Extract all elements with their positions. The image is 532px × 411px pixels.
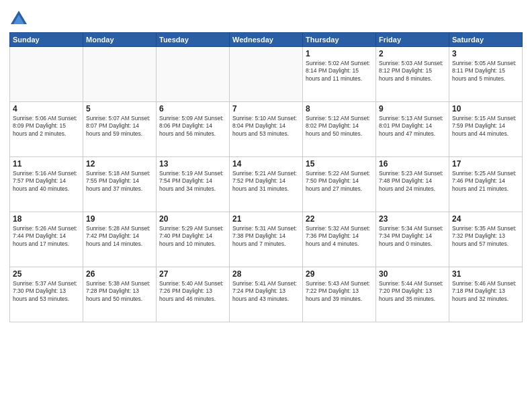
day-info: Sunrise: 5:41 AM Sunset: 7:24 PM Dayligh… (232, 280, 300, 303)
day-number: 23 (379, 214, 446, 224)
page: SundayMondayTuesdayWednesdayThursdayFrid… (0, 0, 532, 411)
day-number: 29 (306, 269, 373, 279)
day-number: 8 (306, 104, 373, 113)
day-number: 7 (232, 104, 300, 113)
weekday-header: Friday (376, 33, 449, 47)
day-number: 9 (379, 104, 446, 113)
calendar-cell (83, 47, 157, 102)
calendar-cell: 21Sunrise: 5:31 AM Sunset: 7:38 PM Dayli… (230, 212, 303, 267)
calendar-cell: 18Sunrise: 5:26 AM Sunset: 7:44 PM Dayli… (10, 212, 83, 267)
calendar-cell: 8Sunrise: 5:12 AM Sunset: 8:02 PM Daylig… (303, 102, 376, 157)
calendar-cell: 26Sunrise: 5:38 AM Sunset: 7:28 PM Dayli… (83, 267, 157, 322)
calendar-week-row: 18Sunrise: 5:26 AM Sunset: 7:44 PM Dayli… (10, 212, 523, 267)
weekday-header: Saturday (449, 33, 523, 47)
day-info: Sunrise: 5:23 AM Sunset: 7:48 PM Dayligh… (379, 170, 446, 193)
calendar-cell: 14Sunrise: 5:21 AM Sunset: 7:52 PM Dayli… (230, 157, 303, 212)
day-info: Sunrise: 5:44 AM Sunset: 7:20 PM Dayligh… (379, 280, 446, 303)
calendar-cell: 1Sunrise: 5:02 AM Sunset: 8:14 PM Daylig… (303, 47, 376, 102)
day-info: Sunrise: 5:06 AM Sunset: 8:09 PM Dayligh… (13, 115, 80, 138)
calendar-cell: 29Sunrise: 5:43 AM Sunset: 7:22 PM Dayli… (303, 267, 376, 322)
day-info: Sunrise: 5:05 AM Sunset: 8:11 PM Dayligh… (452, 60, 519, 83)
day-number: 10 (452, 104, 519, 113)
day-info: Sunrise: 5:21 AM Sunset: 7:52 PM Dayligh… (232, 170, 300, 193)
day-number: 30 (379, 269, 446, 279)
day-number: 28 (232, 269, 300, 279)
day-info: Sunrise: 5:25 AM Sunset: 7:46 PM Dayligh… (452, 170, 519, 193)
day-info: Sunrise: 5:19 AM Sunset: 7:54 PM Dayligh… (159, 170, 226, 193)
calendar-cell: 22Sunrise: 5:32 AM Sunset: 7:36 PM Dayli… (303, 212, 376, 267)
day-number: 2 (379, 49, 446, 58)
calendar-cell (10, 47, 83, 102)
day-info: Sunrise: 5:31 AM Sunset: 7:38 PM Dayligh… (232, 225, 300, 248)
day-info: Sunrise: 5:26 AM Sunset: 7:44 PM Dayligh… (13, 225, 80, 248)
day-number: 17 (452, 159, 519, 169)
calendar-cell: 23Sunrise: 5:34 AM Sunset: 7:34 PM Dayli… (376, 212, 449, 267)
calendar-cell: 9Sunrise: 5:13 AM Sunset: 8:01 PM Daylig… (376, 102, 449, 157)
day-number: 15 (306, 159, 373, 169)
calendar-cell: 25Sunrise: 5:37 AM Sunset: 7:30 PM Dayli… (10, 267, 83, 322)
day-info: Sunrise: 5:32 AM Sunset: 7:36 PM Dayligh… (306, 225, 373, 248)
day-number: 24 (452, 214, 519, 224)
logo-icon (9, 9, 28, 28)
calendar-week-row: 11Sunrise: 5:16 AM Sunset: 7:57 PM Dayli… (10, 157, 523, 212)
weekday-header: Wednesday (230, 33, 303, 47)
calendar-cell: 19Sunrise: 5:28 AM Sunset: 7:42 PM Dayli… (83, 212, 157, 267)
calendar-cell: 10Sunrise: 5:15 AM Sunset: 7:59 PM Dayli… (449, 102, 523, 157)
calendar-cell: 20Sunrise: 5:29 AM Sunset: 7:40 PM Dayli… (157, 212, 230, 267)
day-number: 13 (159, 159, 226, 169)
day-info: Sunrise: 5:03 AM Sunset: 8:12 PM Dayligh… (379, 60, 446, 83)
day-info: Sunrise: 5:40 AM Sunset: 7:26 PM Dayligh… (159, 280, 226, 303)
calendar-cell: 30Sunrise: 5:44 AM Sunset: 7:20 PM Dayli… (376, 267, 449, 322)
calendar-cell: 16Sunrise: 5:23 AM Sunset: 7:48 PM Dayli… (376, 157, 449, 212)
day-number: 14 (232, 159, 300, 169)
calendar-cell: 24Sunrise: 5:35 AM Sunset: 7:32 PM Dayli… (449, 212, 523, 267)
day-number: 22 (306, 214, 373, 224)
header (9, 7, 523, 28)
day-number: 20 (159, 214, 226, 224)
day-info: Sunrise: 5:16 AM Sunset: 7:57 PM Dayligh… (13, 170, 80, 193)
day-number: 27 (159, 269, 226, 279)
day-info: Sunrise: 5:29 AM Sunset: 7:40 PM Dayligh… (159, 225, 226, 248)
calendar-cell: 13Sunrise: 5:19 AM Sunset: 7:54 PM Dayli… (157, 157, 230, 212)
day-number: 5 (86, 104, 153, 113)
calendar-cell: 7Sunrise: 5:10 AM Sunset: 8:04 PM Daylig… (230, 102, 303, 157)
day-info: Sunrise: 5:37 AM Sunset: 7:30 PM Dayligh… (13, 280, 80, 303)
day-number: 31 (452, 269, 519, 279)
calendar-week-row: 4Sunrise: 5:06 AM Sunset: 8:09 PM Daylig… (10, 102, 523, 157)
day-number: 6 (159, 104, 226, 113)
calendar-cell: 28Sunrise: 5:41 AM Sunset: 7:24 PM Dayli… (230, 267, 303, 322)
calendar-cell: 31Sunrise: 5:46 AM Sunset: 7:18 PM Dayli… (449, 267, 523, 322)
day-number: 12 (86, 159, 153, 169)
day-info: Sunrise: 5:34 AM Sunset: 7:34 PM Dayligh… (379, 225, 446, 248)
day-number: 26 (86, 269, 153, 279)
calendar-cell: 3Sunrise: 5:05 AM Sunset: 8:11 PM Daylig… (449, 47, 523, 102)
calendar-cell: 2Sunrise: 5:03 AM Sunset: 8:12 PM Daylig… (376, 47, 449, 102)
day-number: 25 (13, 269, 80, 279)
calendar-cell: 12Sunrise: 5:18 AM Sunset: 7:55 PM Dayli… (83, 157, 157, 212)
day-info: Sunrise: 5:12 AM Sunset: 8:02 PM Dayligh… (306, 115, 373, 138)
day-number: 19 (86, 214, 153, 224)
weekday-header: Tuesday (157, 33, 230, 47)
calendar-cell (157, 47, 230, 102)
day-number: 18 (13, 214, 80, 224)
day-info: Sunrise: 5:22 AM Sunset: 7:50 PM Dayligh… (306, 170, 373, 193)
calendar-cell: 15Sunrise: 5:22 AM Sunset: 7:50 PM Dayli… (303, 157, 376, 212)
day-number: 21 (232, 214, 300, 224)
weekday-header-row: SundayMondayTuesdayWednesdayThursdayFrid… (10, 33, 523, 47)
calendar-cell (230, 47, 303, 102)
day-number: 11 (13, 159, 80, 169)
logo (9, 9, 31, 28)
day-info: Sunrise: 5:10 AM Sunset: 8:04 PM Dayligh… (232, 115, 300, 138)
weekday-header: Thursday (303, 33, 376, 47)
day-info: Sunrise: 5:35 AM Sunset: 7:32 PM Dayligh… (452, 225, 519, 248)
calendar-cell: 4Sunrise: 5:06 AM Sunset: 8:09 PM Daylig… (10, 102, 83, 157)
day-info: Sunrise: 5:15 AM Sunset: 7:59 PM Dayligh… (452, 115, 519, 138)
calendar: SundayMondayTuesdayWednesdayThursdayFrid… (9, 32, 523, 322)
day-number: 16 (379, 159, 446, 169)
calendar-cell: 17Sunrise: 5:25 AM Sunset: 7:46 PM Dayli… (449, 157, 523, 212)
day-number: 1 (306, 49, 373, 58)
calendar-week-row: 1Sunrise: 5:02 AM Sunset: 8:14 PM Daylig… (10, 47, 523, 102)
day-info: Sunrise: 5:46 AM Sunset: 7:18 PM Dayligh… (452, 280, 519, 303)
day-info: Sunrise: 5:13 AM Sunset: 8:01 PM Dayligh… (379, 115, 446, 138)
calendar-cell: 6Sunrise: 5:09 AM Sunset: 8:06 PM Daylig… (157, 102, 230, 157)
